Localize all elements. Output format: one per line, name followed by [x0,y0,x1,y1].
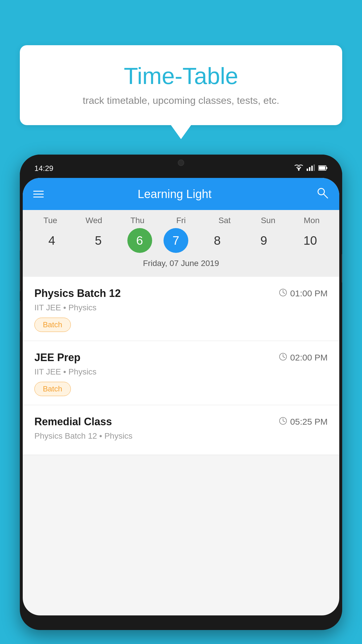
day-header-sun: Sun [251,216,286,225]
schedule-time-1: 01:00 PM [279,288,328,299]
calendar-strip: Tue Wed Thu Fri Sat Sun Mon 4 5 6 7 8 9 … [23,210,339,277]
svg-rect-3 [311,166,313,171]
svg-line-12 [283,293,285,293]
clock-icon-2 [279,352,287,363]
notch [155,155,207,171]
search-icon[interactable] [316,186,329,202]
svg-rect-7 [319,166,325,170]
bubble-title: Time-Table [34,63,328,90]
day-9[interactable]: 9 [246,228,281,253]
time-text-3: 05:25 PM [290,417,328,427]
day-10[interactable]: 10 [293,228,328,253]
time-text-1: 01:00 PM [290,288,328,298]
svg-line-9 [324,194,328,198]
selected-date-label: Friday, 07 June 2019 [23,256,339,274]
day-5[interactable]: 5 [81,228,116,253]
day-header-sat: Sat [207,216,242,225]
wifi-icon [294,164,303,173]
schedule-meta-1: IIT JEE • Physics [34,303,328,312]
phone-frame: 14:29 [20,155,342,630]
batch-tag-1: Batch [34,318,71,332]
day-header-fri: Fri [164,216,198,225]
schedule-item-3-header: Remedial Class 05:25 PM [34,416,328,428]
day-6-today[interactable]: 6 [127,228,152,253]
phone-container: 14:29 [20,155,342,644]
volume-up-button [20,260,20,292]
svg-rect-4 [314,164,315,171]
svg-rect-2 [309,167,310,171]
svg-rect-6 [326,167,327,169]
schedule-title-3: Remedial Class [34,416,112,428]
schedule-title-2: JEE Prep [34,351,80,364]
day-7-selected[interactable]: 7 [164,228,188,253]
schedule-item-2-header: JEE Prep 02:00 PM [34,351,328,364]
schedule-list: Physics Batch 12 01:00 PM [23,277,339,455]
schedule-meta-3: Physics Batch 12 • Physics [34,431,328,441]
svg-line-18 [283,421,285,422]
power-button [342,254,342,283]
status-bar: 14:29 [20,155,342,178]
svg-point-8 [318,188,324,195]
svg-rect-1 [307,169,308,171]
front-camera [178,160,184,166]
day-header-mon: Mon [294,216,329,225]
status-time: 14:29 [34,164,53,173]
day-8[interactable]: 8 [200,228,235,253]
clock-icon-3 [279,416,287,427]
status-icons [294,164,328,173]
schedule-time-2: 02:00 PM [279,352,328,363]
day-numbers: 4 5 6 7 8 9 10 [23,228,339,253]
time-text-2: 02:00 PM [290,353,328,363]
signal-icon [307,164,315,173]
batch-tag-2: Batch [34,382,71,396]
clock-icon-1 [279,288,287,299]
schedule-meta-2: IIT JEE • Physics [34,367,328,377]
day-header-thu: Thu [120,216,155,225]
day-headers: Tue Wed Thu Fri Sat Sun Mon [23,216,339,225]
day-header-tue: Tue [33,216,68,225]
svg-point-0 [298,169,300,171]
app-header: Learning Light [23,178,339,210]
app-title: Learning Light [33,188,316,201]
silent-button [20,230,20,251]
day-4[interactable]: 4 [34,228,69,253]
phone-screen: Learning Light Tue Wed Thu Fri Sat Sun [23,178,339,615]
schedule-item-3[interactable]: Remedial Class 05:25 PM [23,405,339,455]
speech-bubble-container: Time-Table track timetable, upcoming cla… [20,45,342,125]
schedule-item-1[interactable]: Physics Batch 12 01:00 PM [23,277,339,341]
day-header-wed: Wed [76,216,111,225]
schedule-item-1-header: Physics Batch 12 01:00 PM [34,287,328,300]
volume-down-button [20,300,20,332]
schedule-time-3: 05:25 PM [279,416,328,427]
schedule-item-2[interactable]: JEE Prep 02:00 PM [23,341,339,405]
schedule-title-1: Physics Batch 12 [34,287,121,300]
battery-icon [318,164,328,173]
svg-line-15 [283,357,285,358]
bubble-subtitle: track timetable, upcoming classes, tests… [34,95,328,106]
speech-bubble: Time-Table track timetable, upcoming cla… [20,45,342,125]
